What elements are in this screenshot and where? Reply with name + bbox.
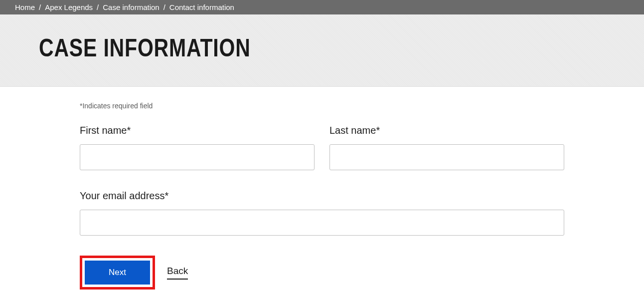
breadcrumb-home[interactable]: Home — [15, 3, 35, 11]
breadcrumb-apex-legends[interactable]: Apex Legends — [45, 3, 93, 11]
breadcrumb-separator: / — [39, 3, 41, 11]
back-button[interactable]: Back — [167, 266, 188, 280]
page-title: CASE INFORMATION — [39, 33, 503, 62]
breadcrumb-case-information[interactable]: Case information — [103, 3, 159, 11]
email-input[interactable] — [80, 210, 564, 236]
last-name-label: Last name* — [329, 125, 564, 136]
first-name-input[interactable] — [80, 144, 315, 170]
first-name-label: First name* — [80, 125, 315, 136]
form-container: *Indicates required field First name* La… — [0, 87, 644, 298]
breadcrumb-contact-information[interactable]: Contact information — [169, 3, 234, 11]
required-note: *Indicates required field — [80, 102, 564, 110]
next-button[interactable]: Next — [85, 261, 150, 285]
first-name-group: First name* — [80, 125, 315, 170]
breadcrumb-separator: / — [163, 3, 165, 11]
breadcrumb: Home / Apex Legends / Case information /… — [0, 0, 644, 14]
last-name-group: Last name* — [329, 125, 564, 170]
button-row: Next Back — [80, 256, 564, 290]
name-row: First name* Last name* — [80, 125, 564, 170]
title-section: CASE INFORMATION — [0, 14, 644, 87]
last-name-input[interactable] — [329, 144, 564, 170]
email-group: Your email address* — [80, 190, 564, 236]
next-button-highlight: Next — [80, 256, 155, 290]
email-label: Your email address* — [80, 190, 564, 202]
breadcrumb-separator: / — [97, 3, 99, 11]
